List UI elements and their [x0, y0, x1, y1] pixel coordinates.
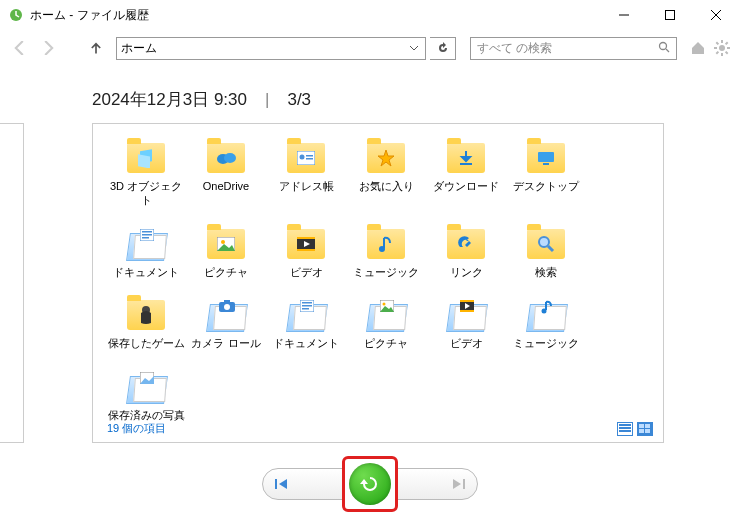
- item-label: ミュージック: [513, 337, 579, 351]
- file-item[interactable]: お気に入り: [347, 134, 425, 212]
- svg-rect-10: [306, 155, 313, 157]
- address-dropdown-icon[interactable]: [407, 41, 421, 55]
- item-icon: [284, 224, 328, 264]
- file-item[interactable]: ミュージック: [507, 291, 585, 355]
- version-page: 3/3: [287, 90, 311, 110]
- item-label: ドキュメント: [273, 337, 339, 351]
- minimize-button[interactable]: [601, 0, 647, 30]
- folder-icon: [367, 143, 405, 173]
- file-item[interactable]: ダウンロード: [427, 134, 505, 212]
- file-item[interactable]: ビデオ: [267, 220, 345, 284]
- window-title: ホーム - ファイル履歴: [30, 7, 149, 24]
- item-label: ミュージック: [353, 266, 419, 280]
- folder-icon: [367, 229, 405, 259]
- search-box[interactable]: すべて の検索: [470, 37, 677, 60]
- item-label: ピクチャ: [364, 337, 408, 351]
- item-label: 検索: [535, 266, 557, 280]
- file-item[interactable]: デスクトップ: [507, 134, 585, 212]
- item-label: ビデオ: [290, 266, 323, 280]
- file-item[interactable]: 保存したゲーム: [107, 291, 185, 355]
- maximize-button[interactable]: [647, 0, 693, 30]
- restore-button[interactable]: [349, 463, 391, 505]
- address-text: ホーム: [121, 40, 407, 57]
- item-label: 保存したゲーム: [108, 337, 185, 351]
- svg-rect-29: [224, 300, 230, 303]
- svg-rect-5: [138, 154, 150, 168]
- item-label: デスクトップ: [513, 180, 579, 194]
- folder-icon: [527, 229, 565, 259]
- svg-rect-22: [297, 237, 315, 239]
- item-label: ダウンロード: [433, 180, 499, 194]
- version-timestamp: 2024年12月3日 9:30: [92, 88, 247, 111]
- file-item[interactable]: ピクチャ: [347, 291, 425, 355]
- refresh-button[interactable]: [430, 37, 456, 60]
- file-item[interactable]: ビデオ: [427, 291, 505, 355]
- item-icon: [364, 295, 408, 335]
- file-item[interactable]: 3D オブジェクト: [107, 134, 185, 212]
- view-details-button[interactable]: [617, 422, 633, 436]
- file-item[interactable]: アドレス帳: [267, 134, 345, 212]
- library-icon: [368, 298, 404, 332]
- view-switcher: [617, 422, 653, 436]
- file-item[interactable]: ピクチャ: [187, 220, 265, 284]
- item-label: カメラ ロール: [191, 337, 260, 351]
- svg-point-3: [719, 45, 725, 51]
- svg-point-9: [300, 155, 305, 160]
- gear-icon[interactable]: [713, 39, 731, 57]
- file-item[interactable]: ドキュメント: [107, 220, 185, 284]
- toolbar-right-icons: [689, 39, 731, 57]
- view-icons-button[interactable]: [637, 422, 653, 436]
- toolbar: ホーム すべて の検索: [0, 30, 739, 66]
- file-item[interactable]: OneDrive: [187, 134, 265, 212]
- item-icon: [204, 295, 248, 335]
- version-header: 2024年12月3日 9:30 | 3/3: [0, 66, 739, 123]
- up-button[interactable]: [84, 36, 108, 60]
- folder-icon: [287, 229, 325, 259]
- item-icon: [284, 295, 328, 335]
- item-count: 19 個の項目: [107, 421, 166, 436]
- file-item[interactable]: 検索: [507, 220, 585, 284]
- item-icon: [284, 138, 328, 178]
- home-icon[interactable]: [689, 39, 707, 57]
- folder-icon: [207, 229, 245, 259]
- svg-rect-38: [460, 310, 474, 312]
- svg-rect-11: [306, 158, 313, 160]
- folder-icon: [127, 300, 165, 330]
- file-item[interactable]: 保存済みの写真: [107, 363, 185, 427]
- svg-point-7: [224, 153, 236, 163]
- close-button[interactable]: [693, 0, 739, 30]
- item-label: アドレス帳: [279, 180, 334, 194]
- file-item[interactable]: ミュージック: [347, 220, 425, 284]
- forward-button[interactable]: [36, 36, 60, 60]
- item-label: OneDrive: [203, 180, 249, 194]
- svg-rect-41: [275, 479, 277, 489]
- app-icon: [8, 7, 24, 23]
- item-icon: [524, 224, 568, 264]
- search-icon: [658, 41, 670, 56]
- library-icon: [128, 370, 164, 404]
- file-item[interactable]: リンク: [427, 220, 505, 284]
- title-bar: ホーム - ファイル履歴: [0, 0, 739, 30]
- svg-rect-32: [302, 305, 312, 307]
- restore-highlight: [342, 456, 398, 512]
- item-icon: [524, 295, 568, 335]
- item-icon: [524, 138, 568, 178]
- item-icon: [204, 224, 248, 264]
- folder-icon: [287, 143, 325, 173]
- svg-rect-1: [666, 11, 675, 20]
- svg-rect-23: [297, 249, 315, 251]
- svg-rect-13: [538, 152, 554, 162]
- back-button[interactable]: [8, 36, 32, 60]
- svg-point-2: [660, 42, 667, 49]
- file-item[interactable]: ドキュメント: [267, 291, 345, 355]
- folder-icon: [527, 143, 565, 173]
- item-label: ビデオ: [450, 337, 483, 351]
- file-item[interactable]: カメラ ロール: [187, 291, 265, 355]
- search-placeholder: すべて の検索: [477, 40, 658, 57]
- items-grid: 3D オブジェクトOneDriveアドレス帳お気に入りダウンロードデスクトップド…: [107, 134, 653, 427]
- svg-rect-18: [142, 237, 149, 239]
- folder-icon: [447, 229, 485, 259]
- address-bar[interactable]: ホーム: [116, 37, 426, 60]
- svg-rect-33: [302, 308, 309, 310]
- item-icon: [444, 295, 488, 335]
